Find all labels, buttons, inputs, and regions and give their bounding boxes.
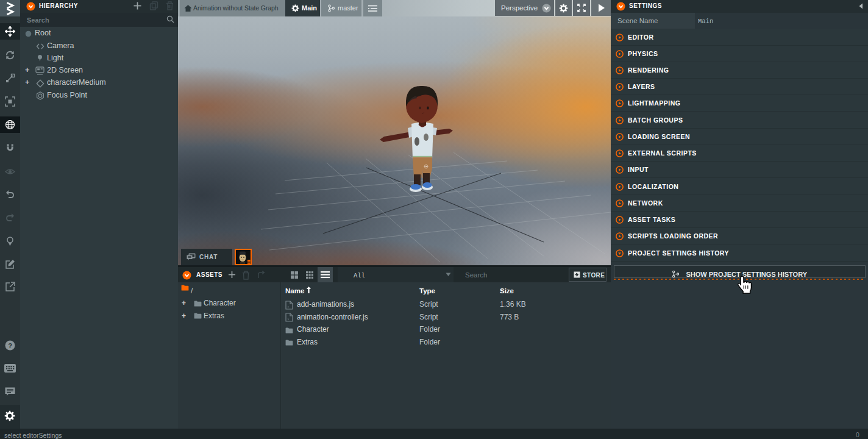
svg-text:?: ? [8, 342, 12, 349]
